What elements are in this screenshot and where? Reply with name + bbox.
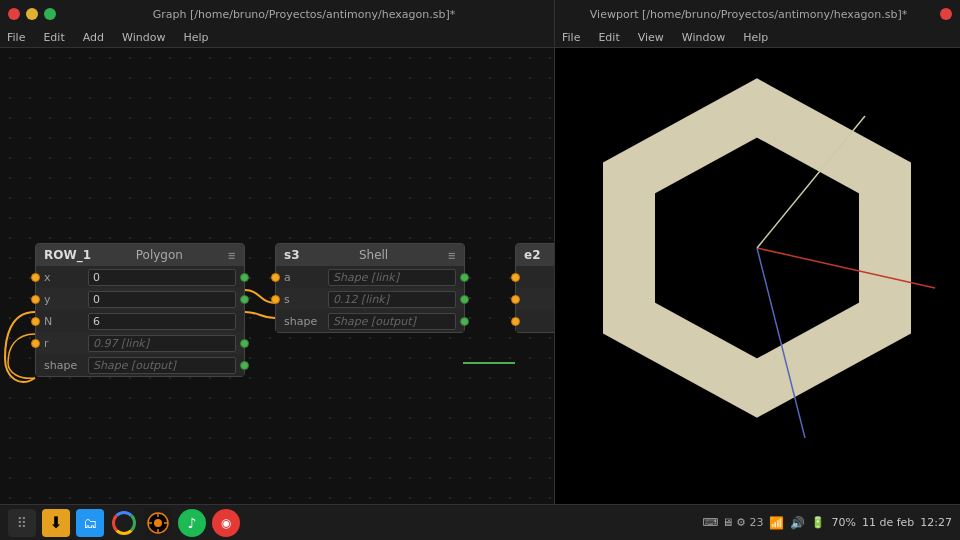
wifi-icon: 📶: [769, 516, 784, 530]
node-s3-field-s: s 0.12 [link]: [276, 288, 464, 310]
graph-panel[interactable]: ROW_1 Polygon ≡ x 0 y 0 N 6: [0, 48, 555, 504]
node-row1-field-r: r 0.97 [link]: [36, 332, 244, 354]
node-e2[interactable]: e2: [515, 243, 555, 333]
node-e2-title: e2: [524, 248, 541, 262]
port-e2-in2[interactable]: [511, 295, 520, 304]
spotify-button[interactable]: ♪: [178, 509, 206, 537]
port-y-out[interactable]: [240, 295, 249, 304]
node-row1-field-n: N 6: [36, 310, 244, 332]
sys-tray-icons: ⌨ 🖥 ⚙ 23: [702, 516, 763, 529]
node-row1-field-y: y 0: [36, 288, 244, 310]
port-r-in[interactable]: [31, 339, 40, 348]
menu-file-graph[interactable]: File: [4, 31, 28, 44]
viewport-panel[interactable]: [555, 48, 960, 504]
files-button[interactable]: 🗂: [76, 509, 104, 537]
maximize-btn-graph[interactable]: [44, 8, 56, 20]
menu-view-vp[interactable]: View: [635, 31, 667, 44]
menu-add-graph[interactable]: Add: [80, 31, 107, 44]
taskbar: ⠿ ⬇ 🗂 ♪ ◉ ⌨ 🖥 ⚙: [0, 504, 960, 540]
date-label: 11 de feb: [862, 516, 914, 529]
graph-menu-bar: File Edit Add Window Help: [0, 28, 555, 48]
node-s3[interactable]: s3 Shell ≡ a Shape [link] s 0.12 [link] …: [275, 243, 465, 333]
port-x-out[interactable]: [240, 273, 249, 282]
node-e2-row3: [516, 310, 555, 332]
node-e2-row1: [516, 266, 555, 288]
port-e2-in1[interactable]: [511, 273, 520, 282]
node-row1-field-x: x 0: [36, 266, 244, 288]
close-btn-graph[interactable]: [8, 8, 20, 20]
chrome-button[interactable]: [110, 509, 138, 537]
node-s3-field-shape: shape Shape [output]: [276, 310, 464, 332]
port-shape-out-s3[interactable]: [460, 317, 469, 326]
port-e2-in3[interactable]: [511, 317, 520, 326]
node-s3-header: s3 Shell ≡: [276, 244, 464, 266]
port-shape-out-row1[interactable]: [240, 361, 249, 370]
node-s3-title: s3: [284, 248, 300, 262]
blender-button[interactable]: [144, 509, 172, 537]
viewport-window-title: Viewport [/home/bruno/Proyectos/antimony…: [563, 8, 934, 21]
node-row1[interactable]: ROW_1 Polygon ≡ x 0 y 0 N 6: [35, 243, 245, 377]
menu-window-vp[interactable]: Window: [679, 31, 728, 44]
menu-help-vp[interactable]: Help: [740, 31, 771, 44]
node-e2-row2: [516, 288, 555, 310]
node-row1-type: Polygon: [136, 248, 183, 262]
node-e2-header: e2: [516, 244, 555, 266]
menu-window-graph[interactable]: Window: [119, 31, 168, 44]
node-row1-header: ROW_1 Polygon ≡: [36, 244, 244, 266]
viewport-menu-bar: File Edit View Window Help: [555, 28, 960, 48]
port-a-in[interactable]: [271, 273, 280, 282]
node-s3-type: Shell: [359, 248, 388, 262]
app-grid-button[interactable]: ⠿: [8, 509, 36, 537]
node-s3-field-a: a Shape [link]: [276, 266, 464, 288]
taskbar-left: ⠿ ⬇ 🗂 ♪ ◉: [8, 509, 240, 537]
battery-percent: 70%: [831, 516, 855, 529]
node-s3-menu[interactable]: ≡: [448, 250, 456, 261]
taskbar-right: ⌨ 🖥 ⚙ 23 📶 🔊 🔋 70% 11 de feb 12:27: [702, 516, 952, 530]
menu-edit-graph[interactable]: Edit: [40, 31, 67, 44]
graph-window-title: Graph [/home/bruno/Proyectos/antimony/he…: [62, 8, 546, 21]
blender-icon: [147, 512, 169, 534]
port-r-out[interactable]: [240, 339, 249, 348]
port-n-in[interactable]: [31, 317, 40, 326]
port-s-out[interactable]: [460, 295, 469, 304]
chrome-icon: [112, 511, 136, 535]
sound-icon: 🔊: [790, 516, 805, 530]
clock: 12:27: [920, 516, 952, 529]
port-y-in[interactable]: [31, 295, 40, 304]
port-a-out[interactable]: [460, 273, 469, 282]
node-row1-title: ROW_1: [44, 248, 91, 262]
battery-icon: 🔋: [811, 516, 825, 529]
download-button[interactable]: ⬇: [42, 509, 70, 537]
minimize-btn-graph[interactable]: [26, 8, 38, 20]
close-btn-viewport[interactable]: [940, 8, 952, 20]
svg-point-6: [154, 519, 162, 527]
node-row1-menu[interactable]: ≡: [228, 250, 236, 261]
port-s-in[interactable]: [271, 295, 280, 304]
camera-button[interactable]: ◉: [212, 509, 240, 537]
viewport-window-bar: Viewport [/home/bruno/Proyectos/antimony…: [555, 0, 960, 28]
node-row1-field-shape: shape Shape [output]: [36, 354, 244, 376]
menu-help-graph[interactable]: Help: [180, 31, 211, 44]
menu-edit-vp[interactable]: Edit: [595, 31, 622, 44]
graph-window-bar: Graph [/home/bruno/Proyectos/antimony/he…: [0, 0, 555, 28]
viewport-svg: [555, 48, 960, 504]
menu-file-vp[interactable]: File: [559, 31, 583, 44]
port-x-in[interactable]: [31, 273, 40, 282]
